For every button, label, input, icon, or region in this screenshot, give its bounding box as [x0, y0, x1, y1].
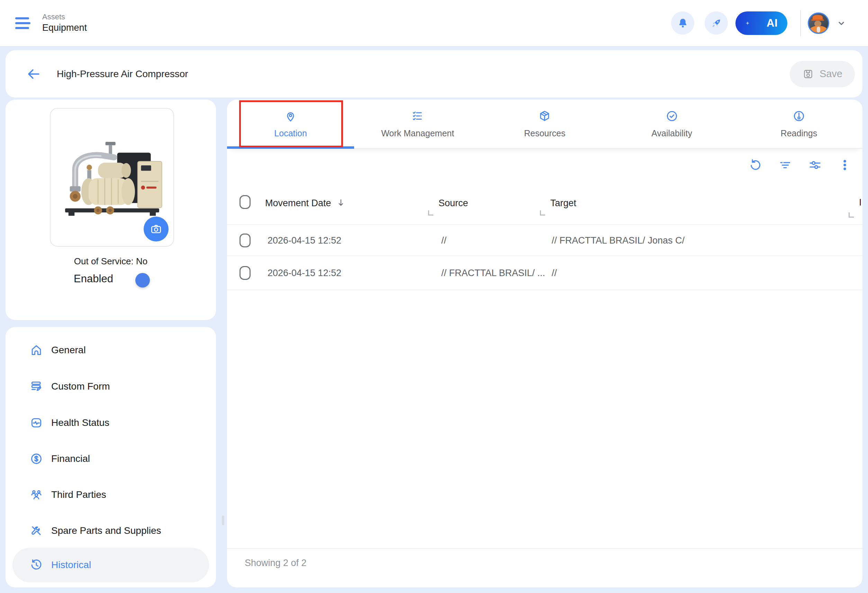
people-icon — [30, 488, 43, 501]
topbar-divider — [800, 10, 801, 36]
breadcrumb-page: Equipment — [42, 22, 87, 34]
asset-section-menu: General Custom Form Health Status — [6, 327, 216, 587]
column-resize-handle[interactable] — [428, 210, 433, 215]
table-row[interactable]: 2026-04-15 12:52 // // FRACTTAL BRASIL/ … — [227, 224, 862, 256]
kebab-menu-icon — [838, 158, 852, 172]
refresh-button[interactable] — [748, 158, 763, 172]
cell-source: // — [441, 235, 446, 246]
column-header-source[interactable]: Source — [438, 198, 468, 209]
rocket-icon — [710, 17, 722, 29]
sparkle-icon — [744, 20, 751, 26]
compressor-illustration — [55, 130, 169, 224]
location-pin-icon — [284, 110, 297, 122]
menu-item-general[interactable]: General — [6, 339, 216, 361]
enabled-label: Enabled — [74, 273, 113, 285]
table-toolbar — [748, 158, 852, 172]
column-header-movement-date[interactable]: Movement Date — [265, 198, 346, 209]
menu-item-label: Third Parties — [51, 489, 106, 500]
history-icon — [30, 558, 43, 572]
camera-icon — [150, 223, 162, 235]
boost-button[interactable] — [705, 12, 728, 35]
dollar-circle-icon — [30, 452, 43, 465]
footer-divider — [227, 548, 862, 549]
gauge-icon — [793, 110, 805, 122]
menu-item-label: Historical — [51, 559, 91, 571]
active-tab-underline — [227, 146, 354, 149]
bell-icon — [677, 17, 689, 29]
user-menu-button[interactable] — [835, 16, 848, 30]
sidebar-scrollbar[interactable] — [222, 515, 224, 525]
column-label: Source — [438, 198, 468, 209]
notifications-button[interactable] — [671, 12, 694, 35]
cell-target: // FRACTTAL BRASIL/ Jonas C/ — [552, 235, 685, 246]
tab-work-management[interactable]: Work Management — [354, 100, 481, 148]
save-icon — [802, 68, 814, 80]
row-checkbox[interactable] — [239, 233, 251, 247]
column-resize-handle[interactable] — [540, 210, 545, 215]
tune-icon — [808, 158, 822, 172]
tab-bar: Location Work Management — [227, 100, 862, 149]
asset-detail-panel: Location Work Management — [227, 100, 862, 587]
refresh-icon — [748, 158, 762, 172]
health-pulse-icon — [30, 416, 43, 429]
sort-desc-icon — [336, 198, 346, 208]
cell-source: // FRACTTAL BRASIL/ ... — [441, 267, 545, 278]
back-arrow-icon — [24, 66, 41, 83]
menu-item-historical[interactable]: Historical — [12, 548, 209, 582]
tab-resources[interactable]: Resources — [481, 100, 608, 148]
back-button[interactable] — [23, 64, 42, 84]
change-photo-button[interactable] — [144, 217, 168, 242]
cell-movement-date: 2026-04-15 12:52 — [267, 235, 341, 246]
topbar-actions: AI — [671, 10, 848, 36]
column-label: Target — [550, 198, 576, 209]
topbar: Assets Equipment — [0, 0, 868, 46]
enabled-toggle[interactable] — [123, 275, 148, 285]
menu-item-label: General — [51, 345, 86, 356]
menu-item-third-parties[interactable]: Third Parties — [6, 484, 216, 506]
table-row[interactable]: 2026-04-15 12:52 // FRACTTAL BRASIL/ ...… — [227, 255, 862, 290]
save-button[interactable]: Save — [790, 61, 855, 87]
menu-item-health-status[interactable]: Health Status — [6, 412, 216, 434]
menu-item-label: Financial — [51, 453, 90, 464]
filter-button[interactable] — [778, 158, 793, 172]
display-settings-button[interactable] — [808, 158, 822, 172]
menu-item-spare-parts[interactable]: Spare Parts and Supplies — [6, 520, 216, 541]
tools-icon — [30, 524, 43, 537]
cell-target: // — [552, 267, 557, 278]
select-all-checkbox[interactable] — [239, 195, 251, 209]
more-options-button[interactable] — [837, 158, 852, 172]
save-button-label: Save — [819, 68, 842, 80]
enabled-row: Enabled — [6, 273, 216, 285]
asset-summary-card: Out of Service: No Enabled — [6, 100, 216, 320]
menu-item-financial[interactable]: Financial — [6, 448, 216, 469]
chevron-down-icon — [836, 18, 847, 28]
tab-location[interactable]: Location — [227, 100, 354, 148]
column-header-clipped: I — [859, 197, 862, 208]
filter-icon — [778, 158, 792, 172]
hamburger-icon — [15, 17, 29, 19]
menu-item-custom-form[interactable]: Custom Form — [6, 376, 216, 397]
form-edit-icon — [30, 380, 43, 393]
tab-readings[interactable]: Readings — [735, 100, 862, 148]
column-label: Movement Date — [265, 198, 331, 209]
avatar[interactable] — [808, 12, 829, 34]
page-header: High-Pressure Air Compressor Save — [6, 50, 862, 97]
check-circle-icon — [666, 110, 678, 122]
package-icon — [538, 110, 551, 122]
menu-item-label: Custom Form — [51, 381, 110, 392]
row-checkbox[interactable] — [239, 266, 251, 280]
breadcrumb-section: Assets — [42, 12, 87, 22]
tab-availability[interactable]: Availability — [608, 100, 735, 148]
tab-label: Work Management — [381, 128, 454, 139]
menu-item-label: Health Status — [51, 417, 109, 428]
menu-button[interactable] — [13, 15, 32, 31]
page-title: High-Pressure Air Compressor — [57, 68, 188, 80]
home-icon — [30, 344, 43, 357]
tab-label: Availability — [651, 128, 692, 139]
column-resize-handle[interactable] — [849, 212, 854, 218]
tab-label: Readings — [781, 128, 818, 139]
column-header-target[interactable]: Target — [550, 198, 576, 209]
ai-button[interactable]: AI — [735, 12, 787, 35]
ai-button-label: AI — [766, 17, 778, 30]
tab-label: Location — [274, 128, 307, 139]
